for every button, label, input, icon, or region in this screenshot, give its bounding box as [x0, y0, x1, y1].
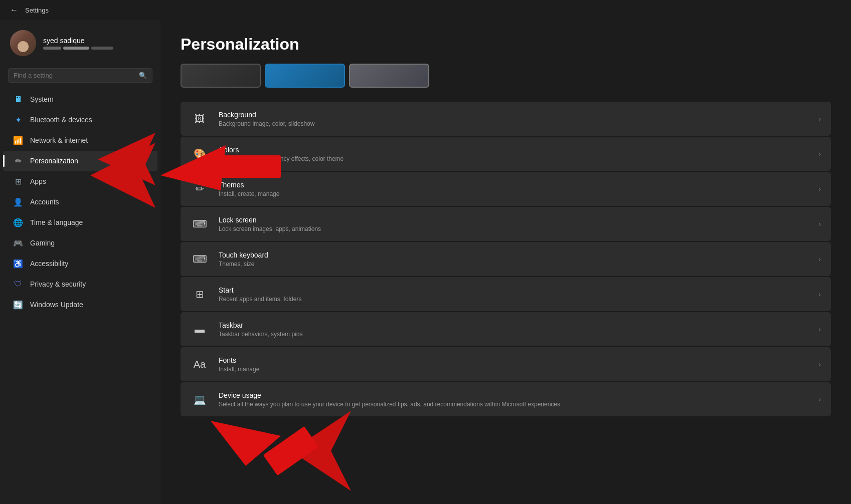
- settings-item-touchkeyboard[interactable]: ⌨Touch keyboardThemes, size›: [181, 242, 831, 276]
- background-subtitle: Background image, color, slideshow: [219, 120, 808, 127]
- sidebar-item-label-bluetooth: Bluetooth & devices: [30, 116, 92, 124]
- nav-list: 🖥System✦Bluetooth & devices📶Network & in…: [0, 89, 160, 315]
- deviceusage-chevron: ›: [818, 395, 821, 403]
- touchkeyboard-subtitle: Themes, size: [219, 261, 808, 268]
- touchkeyboard-title: Touch keyboard: [219, 251, 808, 259]
- deviceusage-text: Device usageSelect all the ways you plan…: [219, 391, 808, 408]
- themes-settings-icon: ✏: [191, 180, 209, 198]
- sidebar-item-windows-update[interactable]: 🔄Windows Update: [3, 295, 157, 315]
- settings-item-fonts[interactable]: AaFontsInstall, manage›: [181, 347, 831, 381]
- sidebar-item-label-time: Time & language: [30, 218, 83, 226]
- sidebar-item-personalization[interactable]: ✏Personalization: [3, 151, 157, 171]
- taskbar-text: TaskbarTaskbar behaviors, system pins: [219, 321, 808, 338]
- settings-item-themes[interactable]: ✏ThemesInstall, create, manage›: [181, 172, 831, 206]
- avatar-image: [10, 30, 36, 56]
- lockscreen-title: Lock screen: [219, 216, 808, 224]
- colors-title: Colors: [219, 146, 808, 154]
- touchkeyboard-chevron: ›: [818, 255, 821, 263]
- progress-bar-1: [43, 47, 61, 50]
- gaming-icon: 🎮: [13, 238, 23, 248]
- sidebar-item-label-privacy: Privacy & security: [30, 280, 86, 288]
- sidebar-item-network[interactable]: 📶Network & internet: [3, 130, 157, 150]
- content-area: Personalization 🖼BackgroundBackground im…: [160, 20, 851, 504]
- user-section: syed sadique: [0, 20, 160, 64]
- fonts-title: Fonts: [219, 356, 808, 364]
- theme-preview: [181, 64, 831, 88]
- settings-item-deviceusage[interactable]: 💻Device usageSelect all the ways you pla…: [181, 382, 831, 416]
- start-settings-icon: ⊞: [191, 285, 209, 303]
- user-name: syed sadique: [43, 37, 113, 45]
- search-icon: 🔍: [139, 72, 147, 79]
- touchkeyboard-text: Touch keyboardThemes, size: [219, 251, 808, 268]
- themes-subtitle: Install, create, manage: [219, 190, 808, 197]
- windows-update-icon: 🔄: [13, 300, 23, 310]
- sidebar-item-bluetooth[interactable]: ✦Bluetooth & devices: [3, 110, 157, 130]
- sidebar-item-label-network: Network & internet: [30, 136, 88, 144]
- deviceusage-settings-icon: 💻: [191, 390, 209, 408]
- sidebar-item-label-system: System: [30, 95, 54, 103]
- sidebar-item-label-accessibility: Accessibility: [30, 260, 68, 268]
- start-chevron: ›: [818, 290, 821, 298]
- lockscreen-text: Lock screenLock screen images, apps, ani…: [219, 216, 808, 232]
- background-text: BackgroundBackground image, color, slide…: [219, 111, 808, 127]
- background-settings-icon: 🖼: [191, 110, 209, 128]
- colors-settings-icon: 🎨: [191, 145, 209, 163]
- sidebar-item-label-windows-update: Windows Update: [30, 301, 83, 309]
- sidebar-item-time[interactable]: 🌐Time & language: [3, 212, 157, 232]
- sidebar-item-system[interactable]: 🖥System: [3, 89, 157, 109]
- settings-item-taskbar[interactable]: ▬TaskbarTaskbar behaviors, system pins›: [181, 312, 831, 346]
- sidebar-item-label-accounts: Accounts: [30, 198, 59, 206]
- user-info: syed sadique: [43, 37, 113, 50]
- search-container: 🔍: [0, 64, 160, 89]
- lockscreen-subtitle: Lock screen images, apps, animations: [219, 225, 808, 232]
- search-box[interactable]: 🔍: [8, 68, 152, 83]
- colors-subtitle: Accent color, transparency effects, colo…: [219, 155, 808, 162]
- lockscreen-settings-icon: ⌨: [191, 215, 209, 233]
- accessibility-icon: ♿: [13, 259, 23, 269]
- start-subtitle: Recent apps and items, folders: [219, 296, 808, 303]
- settings-item-background[interactable]: 🖼BackgroundBackground image, color, slid…: [181, 102, 831, 136]
- user-progress: [43, 47, 113, 50]
- sidebar-item-label-apps: Apps: [30, 177, 46, 185]
- personalization-icon: ✏: [13, 156, 23, 166]
- sidebar-item-apps[interactable]: ⊞Apps: [3, 171, 157, 191]
- background-chevron: ›: [818, 115, 821, 123]
- taskbar-subtitle: Taskbar behaviors, system pins: [219, 331, 808, 338]
- apps-icon: ⊞: [13, 176, 23, 186]
- sidebar: syed sadique 🔍 🖥System✦Bluetooth & devic…: [0, 20, 160, 504]
- theme-swatch-blue[interactable]: [265, 64, 345, 88]
- themes-text: ThemesInstall, create, manage: [219, 181, 808, 197]
- settings-item-lockscreen[interactable]: ⌨Lock screenLock screen images, apps, an…: [181, 207, 831, 241]
- back-button[interactable]: ←: [8, 4, 20, 16]
- sidebar-item-privacy[interactable]: 🛡Privacy & security: [3, 274, 157, 294]
- start-title: Start: [219, 286, 808, 294]
- taskbar-chevron: ›: [818, 325, 821, 333]
- search-input[interactable]: [14, 72, 135, 79]
- fonts-text: FontsInstall, manage: [219, 356, 808, 373]
- lockscreen-chevron: ›: [818, 220, 821, 228]
- taskbar-title: Taskbar: [219, 321, 808, 329]
- theme-swatch-gray[interactable]: [349, 64, 429, 88]
- touchkeyboard-settings-icon: ⌨: [191, 250, 209, 268]
- fonts-chevron: ›: [818, 360, 821, 368]
- page-title: Personalization: [181, 35, 831, 54]
- sidebar-item-accessibility[interactable]: ♿Accessibility: [3, 254, 157, 274]
- avatar: [10, 30, 36, 56]
- main-layout: syed sadique 🔍 🖥System✦Bluetooth & devic…: [0, 20, 851, 504]
- fonts-settings-icon: Aa: [191, 355, 209, 373]
- progress-bar-3: [91, 47, 113, 50]
- accounts-icon: 👤: [13, 197, 23, 207]
- time-icon: 🌐: [13, 217, 23, 227]
- privacy-icon: 🛡: [13, 279, 23, 289]
- taskbar-settings-icon: ▬: [191, 320, 209, 338]
- sidebar-item-label-personalization: Personalization: [30, 157, 78, 165]
- themes-chevron: ›: [818, 185, 821, 193]
- fonts-subtitle: Install, manage: [219, 366, 808, 373]
- sidebar-item-gaming[interactable]: 🎮Gaming: [3, 233, 157, 253]
- settings-item-start[interactable]: ⊞StartRecent apps and items, folders›: [181, 277, 831, 311]
- sidebar-item-accounts[interactable]: 👤Accounts: [3, 192, 157, 212]
- settings-item-colors[interactable]: 🎨ColorsAccent color, transparency effect…: [181, 137, 831, 171]
- theme-swatch-dark[interactable]: [181, 64, 261, 88]
- sidebar-item-label-gaming: Gaming: [30, 239, 55, 247]
- progress-bar-2: [63, 47, 89, 50]
